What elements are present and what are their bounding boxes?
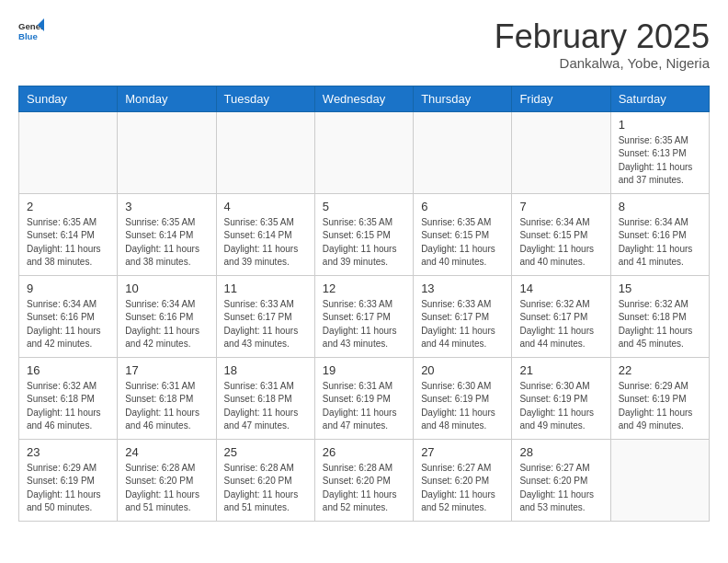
calendar-cell: 7Sunrise: 6:34 AM Sunset: 6:15 PM Daylig…	[512, 193, 610, 275]
calendar-cell: 11Sunrise: 6:33 AM Sunset: 6:17 PM Dayli…	[216, 275, 314, 357]
day-number: 9	[27, 282, 109, 295]
day-info: Sunrise: 6:32 AM Sunset: 6:18 PM Dayligh…	[27, 380, 109, 433]
weekday-header-thursday: Thursday	[414, 86, 512, 111]
day-info: Sunrise: 6:27 AM Sunset: 6:20 PM Dayligh…	[421, 462, 504, 515]
day-info: Sunrise: 6:34 AM Sunset: 6:16 PM Dayligh…	[27, 298, 109, 351]
day-info: Sunrise: 6:31 AM Sunset: 6:18 PM Dayligh…	[125, 380, 208, 433]
day-number: 7	[519, 200, 602, 213]
day-info: Sunrise: 6:35 AM Sunset: 6:14 PM Dayligh…	[27, 216, 109, 270]
calendar-cell: 21Sunrise: 6:30 AM Sunset: 6:19 PM Dayli…	[512, 357, 610, 439]
calendar-table: SundayMondayTuesdayWednesdayThursdayFrid…	[18, 86, 710, 522]
day-info: Sunrise: 6:33 AM Sunset: 6:17 PM Dayligh…	[323, 298, 405, 351]
calendar-cell	[118, 111, 216, 193]
day-number: 1	[619, 118, 701, 132]
day-info: Sunrise: 6:32 AM Sunset: 6:18 PM Dayligh…	[619, 298, 701, 351]
calendar-week-2: 2Sunrise: 6:35 AM Sunset: 6:14 PM Daylig…	[19, 193, 710, 275]
day-number: 12	[323, 282, 405, 295]
calendar-cell: 26Sunrise: 6:28 AM Sunset: 6:20 PM Dayli…	[314, 439, 413, 521]
day-number: 27	[421, 445, 504, 459]
day-info: Sunrise: 6:28 AM Sunset: 6:20 PM Dayligh…	[125, 462, 208, 515]
weekday-header-sunday: Sunday	[19, 86, 118, 111]
day-info: Sunrise: 6:28 AM Sunset: 6:20 PM Dayligh…	[224, 462, 307, 515]
day-number: 24	[125, 445, 208, 459]
day-info: Sunrise: 6:35 AM Sunset: 6:13 PM Dayligh…	[619, 134, 701, 188]
calendar-cell: 18Sunrise: 6:31 AM Sunset: 6:18 PM Dayli…	[216, 357, 314, 439]
day-number: 13	[421, 282, 504, 295]
calendar-cell: 20Sunrise: 6:30 AM Sunset: 6:19 PM Dayli…	[414, 357, 512, 439]
title-block: February 2025 Dankalwa, Yobe, Nigeria	[495, 18, 710, 71]
day-info: Sunrise: 6:32 AM Sunset: 6:17 PM Dayligh…	[519, 298, 602, 351]
calendar-cell: 28Sunrise: 6:27 AM Sunset: 6:20 PM Dayli…	[512, 439, 610, 521]
month-title: February 2025	[495, 18, 710, 55]
calendar-cell	[610, 439, 709, 521]
calendar-cell: 23Sunrise: 6:29 AM Sunset: 6:19 PM Dayli…	[19, 439, 118, 521]
day-number: 5	[323, 200, 405, 213]
calendar-cell: 24Sunrise: 6:28 AM Sunset: 6:20 PM Dayli…	[118, 439, 216, 521]
location: Dankalwa, Yobe, Nigeria	[495, 55, 710, 71]
calendar-cell: 16Sunrise: 6:32 AM Sunset: 6:18 PM Dayli…	[19, 357, 118, 439]
day-number: 23	[27, 445, 109, 459]
day-info: Sunrise: 6:34 AM Sunset: 6:16 PM Dayligh…	[619, 216, 701, 270]
day-info: Sunrise: 6:35 AM Sunset: 6:15 PM Dayligh…	[421, 216, 504, 270]
day-number: 18	[224, 363, 307, 377]
calendar-cell: 17Sunrise: 6:31 AM Sunset: 6:18 PM Dayli…	[118, 357, 216, 439]
weekday-header-monday: Monday	[118, 86, 216, 111]
page-header: General Blue February 2025 Dankalwa, Yob…	[18, 18, 710, 71]
calendar-cell: 25Sunrise: 6:28 AM Sunset: 6:20 PM Dayli…	[216, 439, 314, 521]
day-number: 25	[224, 445, 307, 459]
day-number: 19	[323, 363, 405, 377]
day-number: 14	[519, 282, 602, 295]
day-info: Sunrise: 6:35 AM Sunset: 6:15 PM Dayligh…	[323, 216, 405, 270]
day-number: 2	[27, 200, 109, 213]
calendar-cell: 2Sunrise: 6:35 AM Sunset: 6:14 PM Daylig…	[19, 193, 118, 275]
calendar-cell: 12Sunrise: 6:33 AM Sunset: 6:17 PM Dayli…	[314, 275, 413, 357]
day-info: Sunrise: 6:33 AM Sunset: 6:17 PM Dayligh…	[421, 298, 504, 351]
calendar-cell: 8Sunrise: 6:34 AM Sunset: 6:16 PM Daylig…	[610, 193, 709, 275]
day-info: Sunrise: 6:30 AM Sunset: 6:19 PM Dayligh…	[421, 380, 504, 433]
calendar-cell: 4Sunrise: 6:35 AM Sunset: 6:14 PM Daylig…	[216, 193, 314, 275]
calendar-cell: 9Sunrise: 6:34 AM Sunset: 6:16 PM Daylig…	[19, 275, 118, 357]
day-number: 20	[421, 363, 504, 377]
calendar-week-5: 23Sunrise: 6:29 AM Sunset: 6:19 PM Dayli…	[19, 439, 710, 521]
weekday-header-wednesday: Wednesday	[314, 86, 413, 111]
weekday-header-row: SundayMondayTuesdayWednesdayThursdayFrid…	[19, 86, 710, 111]
calendar-cell: 10Sunrise: 6:34 AM Sunset: 6:16 PM Dayli…	[118, 275, 216, 357]
day-number: 21	[519, 363, 602, 377]
day-info: Sunrise: 6:31 AM Sunset: 6:18 PM Dayligh…	[224, 380, 307, 433]
day-number: 28	[519, 445, 602, 459]
weekday-header-tuesday: Tuesday	[216, 86, 314, 111]
day-number: 17	[125, 363, 208, 377]
day-number: 6	[421, 200, 504, 213]
calendar-cell	[19, 111, 118, 193]
day-number: 10	[125, 282, 208, 295]
day-number: 4	[224, 200, 307, 213]
day-info: Sunrise: 6:28 AM Sunset: 6:20 PM Dayligh…	[323, 462, 405, 515]
day-info: Sunrise: 6:30 AM Sunset: 6:19 PM Dayligh…	[519, 380, 602, 433]
day-info: Sunrise: 6:31 AM Sunset: 6:19 PM Dayligh…	[323, 380, 405, 433]
calendar-cell: 27Sunrise: 6:27 AM Sunset: 6:20 PM Dayli…	[414, 439, 512, 521]
calendar-cell: 15Sunrise: 6:32 AM Sunset: 6:18 PM Dayli…	[610, 275, 709, 357]
weekday-header-friday: Friday	[512, 86, 610, 111]
calendar-cell: 6Sunrise: 6:35 AM Sunset: 6:15 PM Daylig…	[414, 193, 512, 275]
calendar-cell	[414, 111, 512, 193]
day-info: Sunrise: 6:35 AM Sunset: 6:14 PM Dayligh…	[224, 216, 307, 270]
day-info: Sunrise: 6:29 AM Sunset: 6:19 PM Dayligh…	[27, 462, 109, 515]
day-number: 11	[224, 282, 307, 295]
calendar-cell	[216, 111, 314, 193]
day-info: Sunrise: 6:29 AM Sunset: 6:19 PM Dayligh…	[619, 380, 701, 433]
day-number: 15	[619, 282, 701, 295]
calendar-cell: 14Sunrise: 6:32 AM Sunset: 6:17 PM Dayli…	[512, 275, 610, 357]
calendar-week-4: 16Sunrise: 6:32 AM Sunset: 6:18 PM Dayli…	[19, 357, 710, 439]
weekday-header-saturday: Saturday	[610, 86, 709, 111]
svg-text:Blue: Blue	[18, 31, 38, 41]
calendar-cell	[512, 111, 610, 193]
calendar-cell: 3Sunrise: 6:35 AM Sunset: 6:14 PM Daylig…	[118, 193, 216, 275]
calendar-cell: 13Sunrise: 6:33 AM Sunset: 6:17 PM Dayli…	[414, 275, 512, 357]
calendar-cell: 5Sunrise: 6:35 AM Sunset: 6:15 PM Daylig…	[314, 193, 413, 275]
calendar-week-1: 1Sunrise: 6:35 AM Sunset: 6:13 PM Daylig…	[19, 111, 710, 193]
day-number: 3	[125, 200, 208, 213]
day-info: Sunrise: 6:34 AM Sunset: 6:16 PM Dayligh…	[125, 298, 208, 351]
day-number: 26	[323, 445, 405, 459]
day-number: 22	[619, 363, 701, 377]
logo-icon: General Blue	[18, 18, 44, 44]
